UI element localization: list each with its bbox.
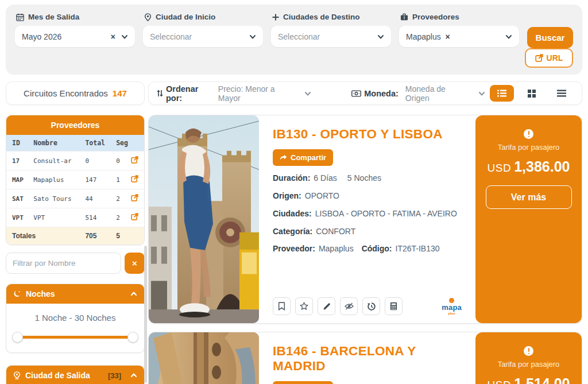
noches-panel-header[interactable]: Noches	[6, 284, 144, 304]
provider-id: SAT	[6, 189, 30, 208]
sort-arrows-icon	[157, 90, 163, 97]
chevron-down-icon	[377, 33, 384, 40]
proveedores-chip: Mapaplus ×	[406, 32, 505, 41]
tarifa-label: Tarifa por pasajero	[498, 143, 560, 152]
provider-total: 514	[82, 208, 113, 227]
sort-select[interactable]: Precio: Menor a Mayor	[216, 84, 311, 103]
col-header-seg: Seg	[113, 135, 144, 152]
filters-sidebar: Proveedores ID Nombre Total Seg 17 Consu…	[6, 115, 145, 384]
bookmark-button[interactable]	[273, 297, 291, 315]
plus-icon	[272, 14, 279, 21]
ciudad-salida-count: [33]	[108, 371, 121, 380]
provider-seg: 2	[113, 189, 125, 208]
compartir-button[interactable]: Compartir	[273, 149, 333, 166]
tour-photo-barcelona	[149, 332, 259, 384]
tour-card-content: IB130 - OPORTO Y LISBOA Compartir Duraci…	[259, 115, 475, 323]
noches-panel: Noches 1 Noche - 30 Noches	[6, 284, 145, 353]
favorite-star-button[interactable]	[295, 297, 313, 315]
ciudades-destino-select[interactable]: Seleccionar	[271, 26, 391, 47]
logo-dot-icon	[449, 298, 454, 303]
clear-name-filter-button[interactable]: ×	[125, 253, 145, 274]
totals-total: 705	[82, 227, 113, 245]
filter-label-proveedores: Proveedores	[412, 13, 459, 21]
view-compact-list-button[interactable]	[550, 85, 574, 102]
mes-salida-value: Mayo 2026	[22, 32, 111, 41]
history-button[interactable]	[362, 297, 380, 315]
ciudades-line: Ciudades:LISBOA - OPORTO - FATIMA - AVEI…	[273, 208, 462, 219]
proveedores-select[interactable]: Mapaplus ×	[399, 26, 519, 47]
url-button[interactable]: URL	[525, 48, 573, 68]
edit-pencil-button[interactable]	[318, 297, 335, 315]
open-provider-icon[interactable]	[125, 189, 144, 208]
view-list-detail-button[interactable]	[490, 85, 514, 102]
tour-search-page: Mes de Salida Mayo 2026 × Ciudad de Inic…	[0, 0, 588, 384]
compartir-button[interactable]: Compartir	[273, 381, 333, 384]
ver-mas-button[interactable]: Ver más	[486, 185, 572, 209]
chevron-down-icon	[121, 33, 128, 40]
sort-currency-bar: Ordenar por: Precio: Menor a Mayor Moned…	[148, 82, 582, 105]
ciudad-inicio-select[interactable]: Seleccionar	[143, 26, 263, 47]
tour-card-ib130: IB130 - OPORTO Y LISBOA Compartir Duraci…	[148, 115, 582, 324]
currency-select[interactable]: Moneda de Origen	[403, 84, 485, 103]
noches-range-slider[interactable]	[12, 332, 138, 342]
open-provider-icon[interactable]	[125, 208, 144, 227]
provider-name: Consult-ar	[30, 152, 82, 170]
url-button-label: URL	[547, 53, 563, 63]
location-pin-icon	[13, 371, 21, 379]
tour-photo-lisboa	[149, 115, 259, 323]
chevron-up-icon[interactable]	[130, 290, 137, 297]
results-list: IB130 - OPORTO Y LISBOA Compartir Duraci…	[148, 115, 582, 384]
card-actions-row: mapa plus	[273, 297, 462, 315]
sort-value: Precio: Menor a Mayor	[218, 84, 289, 103]
col-header-total: Total	[82, 135, 113, 152]
chevron-up-icon[interactable]	[130, 372, 137, 379]
provider-id: MAP	[6, 170, 30, 189]
filter-group-ciudad-inicio: Ciudad de Inicio Seleccionar	[143, 11, 263, 48]
name-filter-row: ×	[6, 253, 145, 274]
briefcase-icon	[400, 13, 408, 21]
remove-proveedor-icon[interactable]: ×	[446, 32, 450, 41]
view-grid-button[interactable]	[520, 85, 544, 102]
tour-title: IB146 - BARCELONA Y MADRID	[273, 344, 462, 374]
open-provider-icon[interactable]	[125, 170, 144, 189]
chevron-down-icon	[249, 33, 256, 40]
results-count-label: Circuitos Encontrados	[24, 88, 108, 98]
price-line: USD1,514.00	[488, 375, 570, 384]
provider-name: VPT	[30, 208, 82, 227]
price-panel: Tarifa por pasajero USD1,514.00	[475, 332, 582, 384]
provider-seg: 2	[113, 208, 125, 227]
buscar-button[interactable]: Buscar	[527, 27, 573, 48]
ciudades-destino-placeholder: Seleccionar	[278, 32, 377, 41]
filter-group-mes-salida: Mes de Salida Mayo 2026 ×	[15, 11, 135, 48]
info-exclamation-icon[interactable]	[524, 346, 533, 356]
provider-seg: 0	[113, 152, 125, 170]
mes-salida-select[interactable]: Mayo 2026 ×	[15, 26, 135, 47]
clear-mes-icon[interactable]: ×	[111, 32, 115, 41]
chevron-down-icon	[478, 90, 485, 97]
calculator-button[interactable]	[385, 297, 403, 315]
provider-id: VPT	[6, 208, 30, 227]
table-row: SAT Sato Tours 44 2	[6, 189, 144, 208]
slider-handle-min[interactable]	[12, 332, 23, 343]
sidebar-scrollbar[interactable]	[144, 246, 147, 383]
ciudad-salida-header[interactable]: Ciudad de Salida [33]	[6, 366, 144, 384]
hide-eye-button[interactable]	[340, 297, 358, 315]
categoria-line: Categoría:CONFORT	[273, 226, 462, 237]
filter-label-ciudad-inicio: Ciudad de Inicio	[156, 13, 215, 21]
tarifa-label: Tarifa por pasajero	[498, 360, 560, 369]
providers-panel-title: Proveedores	[51, 121, 100, 130]
mapaplus-logo: mapa plus	[442, 298, 462, 315]
provider-seg: 1	[113, 170, 125, 189]
open-provider-icon[interactable]	[125, 152, 144, 170]
filter-group-proveedores: Proveedores Mapaplus ×	[399, 11, 519, 48]
filter-group-ciudades-destino: Ciudades de Destino Seleccionar	[271, 11, 391, 48]
slider-handle-max[interactable]	[127, 332, 138, 343]
name-filter-input[interactable]	[6, 253, 121, 274]
logo-word: mapa	[442, 304, 462, 311]
price-line: USD1,386.00	[488, 158, 570, 175]
grid-icon	[528, 90, 536, 98]
info-exclamation-icon[interactable]	[524, 129, 533, 139]
menu-lines-icon	[557, 90, 566, 97]
noches-panel-title: Noches	[26, 289, 55, 298]
ciudad-salida-title: Ciudad de Salida	[25, 371, 90, 380]
